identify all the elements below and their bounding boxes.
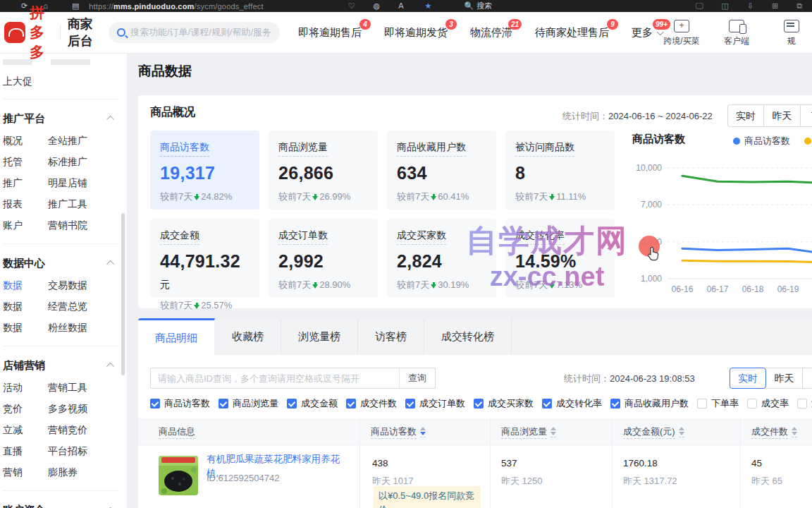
range-realtime-button[interactable]: 实时 <box>727 104 764 127</box>
apps-grid-icon[interactable]: ⊞ <box>772 1 778 11</box>
sidebar-scrollbar[interactable] <box>121 213 125 375</box>
sidebar-item[interactable]: 托管 <box>3 156 48 169</box>
pinduoduo-logo-icon[interactable] <box>4 22 25 43</box>
chart-legend[interactable]: 商品访客数 <box>733 135 811 147</box>
sidebar-item[interactable]: 推广工具 <box>48 198 127 211</box>
stat-tile-buyers[interactable]: 成交买家数 2,824 较前7天30.19% <box>387 219 496 298</box>
pinduoduo-logo-text[interactable]: 拼多多 <box>30 3 53 62</box>
stat-tile-conversion[interactable]: 成交转化率 14.59% 较前7天7.13% <box>505 219 615 298</box>
tab-visitors-rank[interactable]: 访客榜 <box>358 318 424 355</box>
stat-tile-visitors[interactable]: 商品访客数 19,317 较前7天24.82% <box>150 131 259 210</box>
browser-search-icon[interactable]: 🔍 <box>464 0 474 12</box>
sidebar-item[interactable]: 平台招标 <box>48 445 127 458</box>
metric-visitors[interactable]: 商品访客数 <box>150 397 210 410</box>
browser-search-label[interactable]: 搜索 <box>476 1 492 11</box>
collections-icon[interactable]: ⧉ <box>796 1 802 11</box>
nav-more[interactable]: 更多99+ <box>632 26 661 40</box>
sidebar-item[interactable]: 膨胀券 <box>48 466 127 479</box>
sidebar-item[interactable]: 经营总览 <box>48 301 127 313</box>
sidebar-item-dapromo[interactable]: 上大促 <box>3 71 127 92</box>
metric-traffic-loss[interactable]: 流量损 <box>797 397 812 410</box>
tab-conversion-rank[interactable]: 成交转化榜 <box>424 318 512 355</box>
col-pageviews[interactable]: 商品浏览量 <box>501 418 556 445</box>
sidebar-item[interactable]: 交易数据 <box>48 279 127 292</box>
metric-fav-users[interactable]: 商品收藏用户数 <box>610 397 689 410</box>
stat-tile-visited-goods[interactable]: 被访问商品数 8 较前7天11.11% <box>505 131 615 210</box>
metric-conversion[interactable]: 成交转化率 <box>542 397 602 410</box>
sidebar-item[interactable]: 推广 <box>3 177 48 190</box>
cell-pageviews: 537 <box>501 458 517 468</box>
sidebar-item[interactable]: 营销书院 <box>48 219 127 232</box>
sidebar-item[interactable]: 全站推广 <box>48 135 127 147</box>
metric-gmv[interactable]: 成交金额 <box>287 397 338 410</box>
tab-favorites-rank[interactable]: 收藏榜 <box>215 318 281 355</box>
sidebar-item[interactable]: 报表 <box>3 198 48 211</box>
stat-tile-pageviews[interactable]: 商品浏览量 26,866 较前7天26.99% <box>269 131 378 210</box>
range-7day-button[interactable]: 7天 <box>803 368 812 389</box>
sidebar-item[interactable]: 粉丝数据 <box>48 322 127 334</box>
sidebar-item[interactable]: 标准推广 <box>48 156 127 169</box>
tab-goods-detail[interactable]: 商品明细 <box>138 318 215 355</box>
col-units[interactable]: 成交件数 <box>751 418 797 445</box>
sidebar-item[interactable]: 数据 <box>3 301 48 313</box>
sidebar-item[interactable]: 多多视频 <box>48 403 127 416</box>
sidebar-item[interactable]: 营销竞价 <box>48 424 127 437</box>
bookmark-star-icon[interactable]: ★ <box>425 0 432 12</box>
quick-link-rules[interactable]: 规 <box>771 20 812 45</box>
metric-buyers[interactable]: 成交买家数 <box>474 397 534 410</box>
sidebar-item[interactable]: 竞价 <box>3 403 48 416</box>
sidebar-item[interactable]: 概况 <box>3 135 48 147</box>
metric-deal-rate[interactable]: 成交率 <box>747 397 789 410</box>
device-link-icon[interactable]: 🖵 <box>696 1 703 11</box>
profile-avatar[interactable]: A <box>398 0 403 12</box>
range-yesterday-button[interactable]: 昨天 <box>764 104 801 127</box>
sidebar-section-funds[interactable]: 账户资金 <box>3 498 127 508</box>
col-gmv[interactable]: 成交金额(元) <box>623 418 684 445</box>
nav-overdue-aftersale[interactable]: 即将逾期售后4 <box>298 26 362 40</box>
product-image[interactable] <box>159 456 198 495</box>
header-search-input[interactable]: 搜索功能/订单/课程/规则/帮助/服务 <box>109 22 280 43</box>
metric-pageviews[interactable]: 商品浏览量 <box>219 397 278 410</box>
stat-tile-favorites[interactable]: 商品收藏用户数 634 较前7天60.41% <box>387 131 496 210</box>
range-yesterday-button[interactable]: 昨天 <box>766 368 803 389</box>
sidebar-item[interactable]: 活动 <box>3 382 48 394</box>
sort-icon[interactable] <box>420 427 426 437</box>
sidebar-item[interactable]: 立减 <box>3 424 48 437</box>
sort-icon[interactable] <box>679 427 684 437</box>
stat-tile-orders[interactable]: 成交订单数 2,992 较前7天28.90% <box>269 219 378 298</box>
tab-views-rank[interactable]: 浏览量榜 <box>281 318 358 355</box>
sort-icon[interactable] <box>792 427 797 437</box>
reload-icon[interactable]: ⟳ <box>21 0 27 12</box>
goods-id-input[interactable] <box>151 373 399 384</box>
sidebar-section-promotion[interactable]: 推广平台 <box>3 107 127 131</box>
nav-logistics-stalled[interactable]: 物流停滞21 <box>470 26 512 40</box>
sidebar-section-datacenter[interactable]: 数据中心 <box>3 251 127 275</box>
sidebar-item[interactable]: 账户 <box>3 219 48 232</box>
address-bar[interactable]: https://mms.pinduoduo.com/sycm/goods_eff… <box>89 2 263 11</box>
promo-bid-link[interactable]: 以¥0.5~49.0报名同款竞价 <box>374 486 481 508</box>
split-screen-icon[interactable]: ◫ <box>721 1 728 11</box>
quick-link-client[interactable]: 客户端 <box>716 20 757 45</box>
range-7day-button[interactable]: 7天 <box>801 104 812 127</box>
extension-icon[interactable]: ◍ <box>374 0 381 12</box>
metric-units[interactable]: 成交件数 <box>346 397 397 410</box>
metric-orders[interactable]: 成交订单数 <box>405 397 465 410</box>
sidebar-item[interactable]: 营销 <box>3 466 48 479</box>
favorite-heart-icon[interactable]: ♡ <box>348 0 355 12</box>
nav-overdue-shipping[interactable]: 即将逾期发货3 <box>384 26 448 40</box>
sort-icon[interactable] <box>550 427 556 437</box>
sidebar-item-active[interactable]: 数据 <box>3 279 48 292</box>
stat-tile-gmv[interactable]: 成交金额 44,791.32元 较前7天25.57% <box>150 219 259 298</box>
col-visitors[interactable]: 商品访客数 <box>371 418 426 445</box>
sidebar-section-marketing[interactable]: 店铺营销 <box>3 353 127 377</box>
download-icon[interactable]: ⇩ <box>747 1 753 11</box>
sidebar-item[interactable]: 明星店铺 <box>48 177 127 190</box>
sidebar-item[interactable]: 营销工具 <box>48 382 127 394</box>
sidebar-item[interactable]: 直播 <box>3 445 48 458</box>
range-realtime-button[interactable]: 实时 <box>730 368 766 389</box>
query-button[interactable]: 查询 <box>399 368 435 388</box>
sidebar-item[interactable]: 数据 <box>3 322 48 334</box>
page-security-icon[interactable]: ▤ <box>72 0 79 12</box>
nav-pending-aftersale[interactable]: 待商家处理售后9 <box>535 26 609 40</box>
metric-order-rate[interactable]: 下单率 <box>697 397 739 410</box>
